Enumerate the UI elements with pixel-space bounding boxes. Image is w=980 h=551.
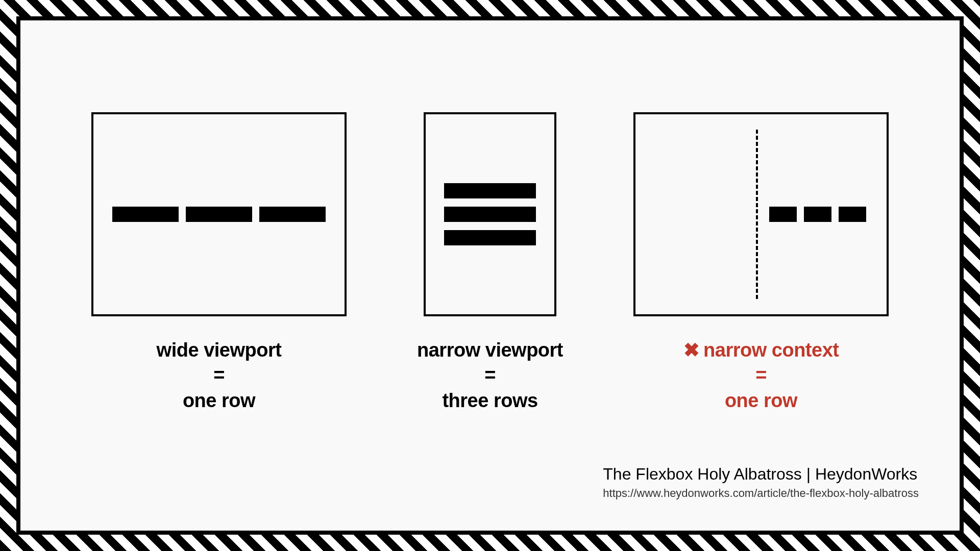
- cross-icon: ✖: [683, 338, 700, 363]
- caption-text: narrow context: [703, 339, 839, 361]
- bar: [839, 207, 866, 222]
- credit-url: https://www.heydonworks.com/article/the-…: [603, 487, 919, 500]
- credit-block: The Flexbox Holy Albatross | HeydonWorks…: [603, 465, 919, 500]
- bar: [804, 207, 831, 222]
- caption-line: wide viewport: [157, 338, 282, 363]
- credit-title: The Flexbox Holy Albatross | HeydonWorks: [603, 465, 919, 484]
- frame-narrow-context: [633, 112, 889, 316]
- caption-eq: =: [157, 363, 282, 388]
- diagram-row: wide viewport = one row narrow viewport …: [20, 112, 960, 413]
- bar: [186, 207, 252, 222]
- caption-narrow: narrow viewport = three rows: [417, 338, 563, 413]
- dashed-divider: [756, 130, 758, 299]
- caption-eq: =: [417, 363, 563, 388]
- bar: [259, 207, 326, 222]
- bars-row: [112, 207, 326, 222]
- caption-line: one row: [683, 388, 839, 413]
- bar: [444, 207, 536, 222]
- caption-eq: =: [683, 363, 839, 388]
- caption-line: one row: [157, 388, 282, 413]
- bar: [444, 230, 536, 245]
- bar: [444, 183, 536, 198]
- bars-stack: [444, 183, 536, 245]
- caption-line: three rows: [417, 388, 563, 413]
- frame-wide-viewport: [91, 112, 347, 316]
- caption-context: ✖narrow context = one row: [683, 338, 839, 413]
- caption-line: narrow viewport: [417, 338, 563, 363]
- frame-narrow-viewport: [424, 112, 556, 316]
- bar: [769, 207, 797, 222]
- slide-frame: wide viewport = one row narrow viewport …: [16, 16, 964, 535]
- caption-line: ✖narrow context: [683, 338, 839, 363]
- bars-row-small: [769, 207, 866, 222]
- col-narrow-viewport: narrow viewport = three rows: [417, 112, 563, 413]
- caption-wide: wide viewport = one row: [157, 338, 282, 413]
- bar: [112, 207, 179, 222]
- striped-border: wide viewport = one row narrow viewport …: [0, 0, 980, 551]
- col-wide-viewport: wide viewport = one row: [91, 112, 347, 413]
- col-narrow-context: ✖narrow context = one row: [633, 112, 889, 413]
